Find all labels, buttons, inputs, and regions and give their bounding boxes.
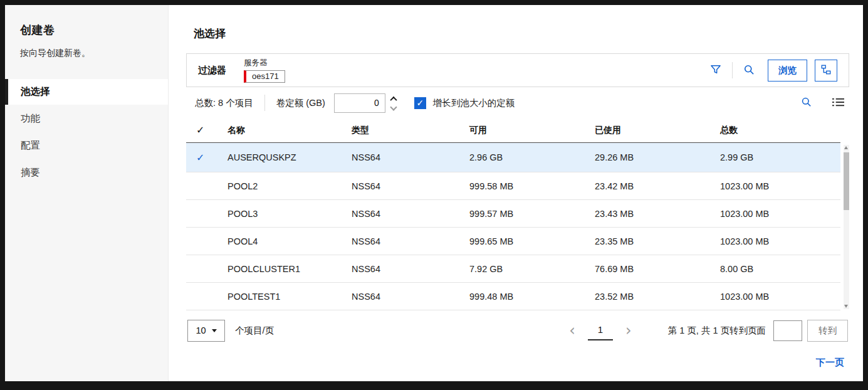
cell-total: 8.00 GB xyxy=(718,255,840,283)
goto-page-button[interactable]: 转到 xyxy=(807,320,848,342)
step-pool-selection[interactable]: 池选择 xyxy=(5,79,168,105)
next-step-link[interactable]: 下一页 xyxy=(816,357,844,369)
goto-page-label: 转到页面 xyxy=(729,325,766,337)
filter-bar: 过滤器 服务器 oes171 浏览 xyxy=(186,53,849,87)
select-column-header[interactable]: ✓ xyxy=(186,119,225,143)
table-row[interactable]: POOLCLUSTER1 NSS64 7.92 GB 76.69 MB 8.00… xyxy=(186,255,840,283)
table-row[interactable]: POOL3 NSS64 999.57 MB 23.43 MB 1023.00 M… xyxy=(186,200,840,228)
table-toolbar: 总数: 8 个项目 卷定额 (GB) ✓ 增长到池大小的定额 xyxy=(186,87,849,119)
browse-button[interactable]: 浏览 xyxy=(768,60,807,82)
step-label: 配置 xyxy=(21,140,40,150)
column-header-available[interactable]: 可用 xyxy=(467,119,592,143)
chevron-down-icon xyxy=(390,103,397,110)
pager: ‹ 1 › xyxy=(565,320,635,340)
checkbox-check-icon: ✓ xyxy=(416,98,424,107)
chevron-up-icon xyxy=(390,96,397,103)
goto-page-input[interactable] xyxy=(773,320,802,341)
quota-decrement-button[interactable] xyxy=(389,105,398,110)
step-configuration[interactable]: 配置 xyxy=(5,133,168,159)
goto-page-group: 转到页面 转到 xyxy=(729,320,848,342)
cell-total: 1023.00 MB xyxy=(718,228,840,255)
quota-increment-button[interactable] xyxy=(389,97,398,102)
table-scrollbar[interactable] xyxy=(844,145,849,309)
previous-page-icon[interactable]: ‹ xyxy=(565,323,579,338)
cell-used: 23.35 MB xyxy=(592,228,718,255)
filter-label: 过滤器 xyxy=(198,65,226,76)
row-select-cell[interactable] xyxy=(186,228,225,255)
current-page-number[interactable]: 1 xyxy=(588,320,613,340)
step-label: 池选择 xyxy=(21,86,50,97)
table-header-row: ✓ 名称 类型 可用 已使用 总数 xyxy=(186,119,840,143)
cell-name: POOL4 xyxy=(225,228,349,255)
wizard-title: 创建卷 xyxy=(20,23,153,38)
filter-funnel-button[interactable] xyxy=(707,61,724,80)
main-panel: 池选择 过滤器 服务器 oes171 xyxy=(169,5,863,381)
tree-browse-icon xyxy=(820,64,832,77)
tree-browse-button[interactable] xyxy=(815,60,837,82)
page-title: 池选择 xyxy=(194,26,849,41)
table-search-button[interactable] xyxy=(798,93,815,112)
toolbar-divider xyxy=(264,95,265,111)
caret-down-icon xyxy=(212,329,217,332)
row-select-cell[interactable] xyxy=(186,283,225,310)
cell-available: 2.96 GB xyxy=(467,143,592,172)
cell-total: 1023.00 MB xyxy=(718,200,840,228)
cell-used: 23.43 MB xyxy=(592,200,718,228)
table-row[interactable]: POOL4 NSS64 999.65 MB 23.35 MB 1023.00 M… xyxy=(186,228,840,255)
cell-name: AUSERQUSKPZ xyxy=(225,143,349,172)
row-select-cell[interactable] xyxy=(186,172,225,200)
column-header-type[interactable]: 类型 xyxy=(349,119,467,143)
cell-available: 999.58 MB xyxy=(467,172,592,200)
column-header-name[interactable]: 名称 xyxy=(225,119,349,143)
filter-funnel-icon xyxy=(709,63,722,78)
table-row[interactable]: POOL2 NSS64 999.58 MB 23.42 MB 1023.00 M… xyxy=(186,172,840,200)
sidebar-header: 创建卷 按向导创建新卷。 xyxy=(5,23,168,59)
page-size-value: 10 xyxy=(196,325,206,335)
cell-type: NSS64 xyxy=(349,172,467,200)
cell-total: 1023.00 MB xyxy=(718,172,840,200)
cell-available: 7.92 GB xyxy=(467,255,592,283)
cell-type: NSS64 xyxy=(349,283,467,310)
table-row[interactable]: ✓ AUSERQUSKPZ NSS64 2.96 GB 29.26 MB 2.9… xyxy=(186,143,840,172)
select-all-check-icon: ✓ xyxy=(196,125,204,135)
wizard-steps: 池选择 功能 配置 摘要 xyxy=(5,79,168,186)
step-label: 功能 xyxy=(21,113,40,124)
server-filter-chip[interactable]: oes171 xyxy=(244,70,285,83)
list-view-button[interactable] xyxy=(830,95,847,112)
step-features[interactable]: 功能 xyxy=(5,106,168,132)
cell-name: POOLCLUSTER1 xyxy=(225,255,349,283)
row-select-cell[interactable]: ✓ xyxy=(186,143,225,172)
step-summary[interactable]: 摘要 xyxy=(5,160,168,186)
cell-total: 1023.00 MB xyxy=(718,283,840,310)
page-size-select[interactable]: 10 xyxy=(187,320,225,342)
server-filter-field: 服务器 oes171 xyxy=(244,58,285,83)
quota-input[interactable] xyxy=(334,93,385,113)
wizard-sidebar: 创建卷 按向导创建新卷。 池选择 功能 配置 摘要 xyxy=(5,5,169,381)
quota-spinner xyxy=(389,97,398,110)
grow-to-pool-checkbox[interactable]: ✓ xyxy=(414,97,426,109)
cell-used: 29.26 MB xyxy=(592,143,718,172)
scroll-up-icon[interactable] xyxy=(844,146,848,149)
pagination-bar: 10 个项目/页 ‹ 1 › 第 1 页, 共 1 页 转到页面 转到 xyxy=(186,310,849,350)
cell-name: POOLTEST1 xyxy=(225,283,349,310)
cell-used: 23.52 MB xyxy=(592,283,718,310)
window-frame: 创建卷 按向导创建新卷。 池选择 功能 配置 摘要 池选择 xyxy=(0,0,868,390)
page-info-text: 第 1 页, 共 1 页 xyxy=(668,325,729,337)
scrollbar-thumb[interactable] xyxy=(844,152,849,210)
cell-type: NSS64 xyxy=(349,200,467,228)
row-select-cell[interactable] xyxy=(186,200,225,228)
filter-search-button[interactable] xyxy=(740,61,758,80)
row-selected-check-icon: ✓ xyxy=(196,152,204,163)
scroll-down-icon[interactable] xyxy=(844,305,848,308)
row-select-cell[interactable] xyxy=(186,255,225,283)
list-view-icon xyxy=(832,97,844,109)
column-header-total[interactable]: 总数 xyxy=(718,119,840,143)
search-icon xyxy=(743,63,755,78)
per-page-label: 个项目/页 xyxy=(235,325,274,337)
column-header-used[interactable]: 已使用 xyxy=(592,119,718,143)
pool-table: ✓ 名称 类型 可用 已使用 总数 ✓ AUSERQUSKPZ NSS64 xyxy=(186,119,840,310)
cell-type: NSS64 xyxy=(349,228,467,255)
cell-used: 23.42 MB xyxy=(592,172,718,200)
next-page-icon[interactable]: › xyxy=(622,323,635,338)
table-row[interactable]: POOLTEST1 NSS64 999.48 MB 23.52 MB 1023.… xyxy=(186,283,840,310)
